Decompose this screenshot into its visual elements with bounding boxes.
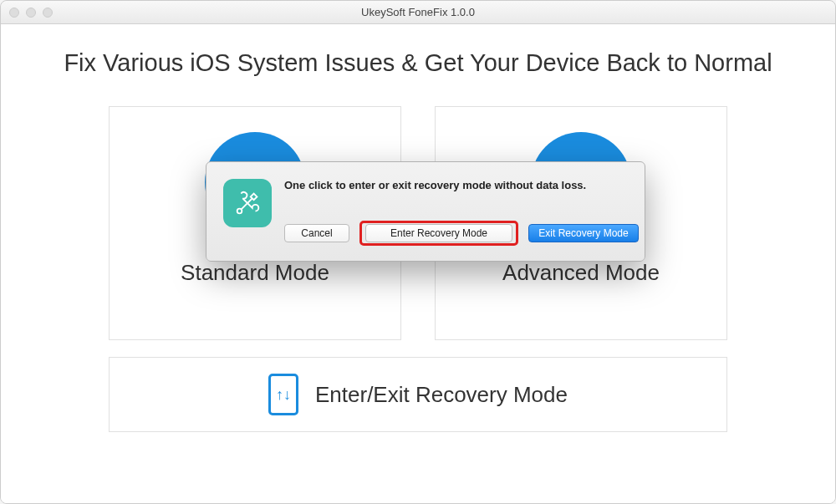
- svg-line-1: [241, 198, 252, 209]
- standard-mode-label: Standard Mode: [181, 260, 329, 286]
- zoom-window-button[interactable]: [43, 8, 53, 18]
- phone-recovery-icon: ↑↓: [268, 374, 298, 415]
- titlebar: UkeySoft FoneFix 1.0.0: [1, 1, 835, 24]
- minimize-window-button[interactable]: [26, 8, 36, 18]
- dialog-body: One click to enter or exit recovery mode…: [284, 179, 639, 246]
- exit-recovery-button[interactable]: Exit Recovery Mode: [528, 224, 639, 242]
- recovery-mode-dialog: One click to enter or exit recovery mode…: [206, 161, 645, 262]
- dialog-message: One click to enter or exit recovery mode…: [284, 179, 639, 191]
- window-controls: [9, 8, 53, 18]
- window-title: UkeySoft FoneFix 1.0.0: [1, 6, 835, 18]
- enter-recovery-button[interactable]: Enter Recovery Mode: [365, 224, 512, 242]
- tools-icon: [223, 179, 272, 227]
- advanced-mode-label: Advanced Mode: [502, 260, 660, 286]
- swap-arrows-icon: ↑↓: [276, 387, 291, 402]
- recovery-mode-label: Enter/Exit Recovery Mode: [315, 382, 568, 408]
- close-window-button[interactable]: [9, 8, 19, 18]
- page-heading: Fix Various iOS System Issues & Get Your…: [64, 49, 772, 77]
- enter-recovery-highlight: Enter Recovery Mode: [359, 221, 518, 246]
- recovery-mode-panel[interactable]: ↑↓ Enter/Exit Recovery Mode: [109, 357, 727, 432]
- cancel-button[interactable]: Cancel: [284, 224, 349, 242]
- dialog-buttons: Cancel Enter Recovery Mode Exit Recovery…: [284, 221, 639, 246]
- main-content: Fix Various iOS System Issues & Get Your…: [1, 24, 835, 503]
